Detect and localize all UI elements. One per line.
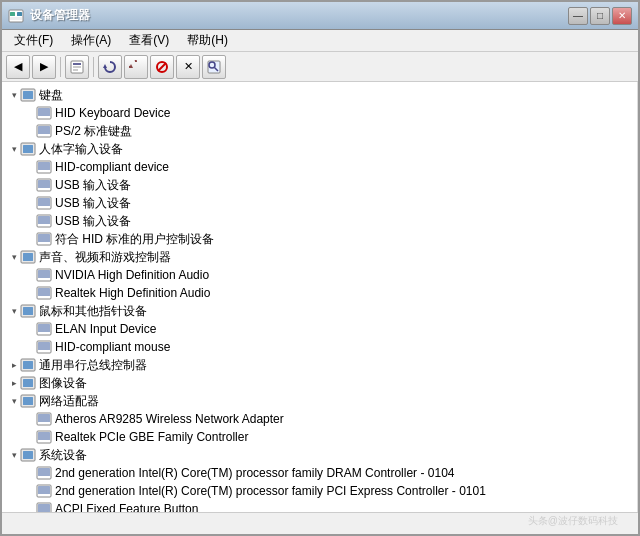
- forward-button[interactable]: ▶: [32, 55, 56, 79]
- tree-item-icon: [36, 159, 52, 175]
- svg-marker-8: [103, 64, 107, 68]
- tree-item-label: USB 输入设备: [55, 213, 131, 230]
- svg-rect-34: [23, 253, 33, 261]
- maximize-button[interactable]: □: [590, 7, 610, 25]
- svg-line-11: [158, 63, 166, 71]
- tree-toggle-arrow[interactable]: ▾: [8, 395, 20, 407]
- svg-rect-22: [23, 145, 33, 153]
- tree-item-icon: [20, 87, 36, 103]
- status-bar: [2, 512, 638, 534]
- tree-item-label: 键盘: [39, 87, 63, 104]
- tree-toggle-arrow[interactable]: ▾: [8, 143, 20, 155]
- svg-rect-46: [23, 361, 33, 369]
- rollback-button[interactable]: [124, 55, 148, 79]
- tree-device[interactable]: HID-compliant device: [2, 158, 637, 176]
- minimize-button[interactable]: —: [568, 7, 588, 25]
- svg-rect-20: [38, 126, 50, 134]
- tree-item-icon: [36, 465, 52, 481]
- tree-item-label: 2nd generation Intel(R) Core(TM) process…: [55, 466, 454, 480]
- tree-category[interactable]: ▸通用串行总线控制器: [2, 356, 637, 374]
- title-bar: 设备管理器 — □ ✕: [2, 2, 638, 30]
- tree-item-label: Realtek PCIe GBE Family Controller: [55, 430, 248, 444]
- uninstall-button[interactable]: ✕: [176, 55, 200, 79]
- svg-rect-2: [17, 12, 22, 16]
- tree-device[interactable]: PS/2 标准键盘: [2, 122, 637, 140]
- tree-toggle-arrow[interactable]: ▾: [8, 89, 20, 101]
- tree-item-label: HID-compliant device: [55, 160, 169, 174]
- tree-device[interactable]: USB 输入设备: [2, 194, 637, 212]
- tree-category[interactable]: ▾鼠标和其他指针设备: [2, 302, 637, 320]
- tree-item-label: 人体字输入设备: [39, 141, 123, 158]
- tree-device[interactable]: Realtek High Definition Audio: [2, 284, 637, 302]
- tree-category[interactable]: ▸图像设备: [2, 374, 637, 392]
- update-button[interactable]: [98, 55, 122, 79]
- tree-item-icon: [36, 105, 52, 121]
- tree-device[interactable]: 符合 HID 标准的用户控制设备: [2, 230, 637, 248]
- tree-item-icon: [36, 195, 52, 211]
- toolbar: ◀ ▶ ✕: [2, 52, 638, 82]
- tree-device[interactable]: HID Keyboard Device: [2, 104, 637, 122]
- back-button[interactable]: ◀: [6, 55, 30, 79]
- tree-toggle-arrow[interactable]: ▾: [8, 251, 20, 263]
- tree-item-label: 系统设备: [39, 447, 87, 464]
- tree-item-label: USB 输入设备: [55, 177, 131, 194]
- tree-device[interactable]: Realtek PCIe GBE Family Controller: [2, 428, 637, 446]
- tree-device[interactable]: 2nd generation Intel(R) Core(TM) process…: [2, 464, 637, 482]
- separator-2: [93, 57, 94, 77]
- tree-item-label: ELAN Input Device: [55, 322, 156, 336]
- svg-rect-6: [73, 66, 81, 68]
- window-icon: [8, 8, 24, 24]
- tree-category[interactable]: ▾声音、视频和游戏控制器: [2, 248, 637, 266]
- svg-rect-62: [38, 504, 50, 512]
- tree-device[interactable]: USB 输入设备: [2, 176, 637, 194]
- tree-device[interactable]: NVIDIA High Definition Audio: [2, 266, 637, 284]
- menu-item[interactable]: 操作(A): [63, 30, 119, 51]
- window-title: 设备管理器: [30, 7, 90, 24]
- menu-item[interactable]: 文件(F): [6, 30, 61, 51]
- tree-device[interactable]: HID-compliant mouse: [2, 338, 637, 356]
- tree-item-icon: [36, 177, 52, 193]
- disable-button[interactable]: [150, 55, 174, 79]
- tree-item-icon: [20, 357, 36, 373]
- tree-item-icon: [36, 285, 52, 301]
- menu-bar: 文件(F)操作(A)查看(V)帮助(H): [2, 30, 638, 52]
- tree-toggle-arrow[interactable]: ▾: [8, 449, 20, 461]
- tree-device[interactable]: ELAN Input Device: [2, 320, 637, 338]
- tree-item-icon: [20, 447, 36, 463]
- svg-rect-42: [38, 324, 50, 332]
- svg-rect-56: [23, 451, 33, 459]
- tree-category[interactable]: ▾网络适配器: [2, 392, 637, 410]
- tree-item-icon: [36, 213, 52, 229]
- tree-toggle-arrow[interactable]: ▸: [8, 359, 20, 371]
- menu-item[interactable]: 查看(V): [121, 30, 177, 51]
- svg-rect-18: [38, 108, 50, 116]
- tree-item-label: Atheros AR9285 Wireless Network Adapter: [55, 412, 284, 426]
- tree-toggle-arrow[interactable]: ▾: [8, 305, 20, 317]
- svg-rect-58: [38, 468, 50, 476]
- tree-category[interactable]: ▾系统设备: [2, 446, 637, 464]
- tree-item-icon: [36, 501, 52, 512]
- tree-item-label: 网络适配器: [39, 393, 99, 410]
- tree-toggle-arrow[interactable]: ▸: [8, 377, 20, 389]
- tree-item-label: 鼠标和其他指针设备: [39, 303, 147, 320]
- device-tree[interactable]: ▾键盘HID Keyboard DevicePS/2 标准键盘▾人体字输入设备H…: [2, 82, 638, 512]
- tree-item-label: USB 输入设备: [55, 195, 131, 212]
- tree-category[interactable]: ▾人体字输入设备: [2, 140, 637, 158]
- tree-item-icon: [20, 375, 36, 391]
- menu-item[interactable]: 帮助(H): [179, 30, 236, 51]
- tree-item-label: 2nd generation Intel(R) Core(TM) process…: [55, 484, 486, 498]
- scan-button[interactable]: [202, 55, 226, 79]
- main-content: ▾键盘HID Keyboard DevicePS/2 标准键盘▾人体字输入设备H…: [2, 82, 638, 512]
- tree-category[interactable]: ▾键盘: [2, 86, 637, 104]
- svg-rect-26: [38, 180, 50, 188]
- tree-device[interactable]: 2nd generation Intel(R) Core(TM) process…: [2, 482, 637, 500]
- tree-item-icon: [36, 267, 52, 283]
- svg-rect-5: [73, 63, 81, 65]
- close-button[interactable]: ✕: [612, 7, 632, 25]
- tree-device[interactable]: ACPI Fixed Feature Button: [2, 500, 637, 512]
- tree-item-icon: [20, 303, 36, 319]
- tree-device[interactable]: Atheros AR9285 Wireless Network Adapter: [2, 410, 637, 428]
- tree-device[interactable]: USB 输入设备: [2, 212, 637, 230]
- svg-rect-3: [10, 17, 22, 20]
- properties-button[interactable]: [65, 55, 89, 79]
